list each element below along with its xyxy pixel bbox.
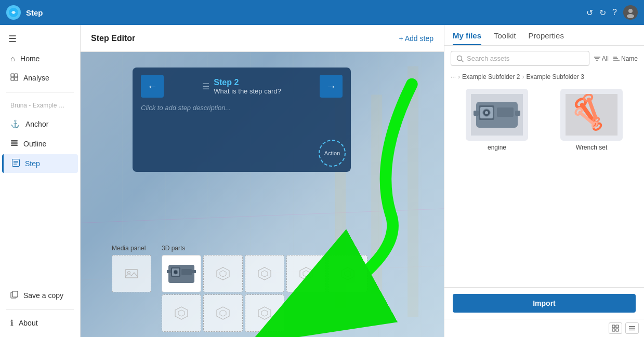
breadcrumb-subfolder3[interactable]: Example Subfolder 3 — [526, 73, 584, 80]
filter-label: All — [602, 55, 609, 62]
step-subtitle: What is the step card? — [214, 87, 281, 95]
asset-label-engine: engine — [488, 144, 506, 151]
svg-rect-28 — [167, 270, 171, 273]
list-view-button[interactable] — [625, 322, 639, 334]
sidebar-item-label: Home — [20, 55, 40, 63]
sort-icon — [613, 55, 620, 62]
step-description[interactable]: Click to add step description... — [133, 102, 351, 120]
outline-icon — [10, 139, 18, 149]
sidebar-item-label: Analyse — [23, 74, 49, 82]
svg-rect-3 — [11, 74, 14, 77]
svg-rect-59 — [612, 325, 615, 328]
sidebar-item-label: Step — [25, 159, 40, 168]
view-toggles — [444, 319, 644, 337]
sidebar: ☰ ⌂ Home Analyse Bruna - Example Gu... ⚓… — [0, 25, 81, 337]
editor-title: Step Editor — [91, 34, 135, 43]
parts-cell-6[interactable] — [162, 294, 201, 332]
sort-button[interactable]: Name — [613, 55, 638, 62]
breadcrumb-subfolder2[interactable]: Example Subfolder 2 — [462, 73, 520, 80]
parts-cell-3[interactable] — [245, 255, 284, 292]
sidebar-item-label: Outline — [23, 140, 46, 148]
filter-icon — [594, 55, 601, 62]
svg-rect-61 — [612, 329, 615, 331]
parts-cell-5[interactable] — [328, 255, 367, 292]
undo-button[interactable]: ↺ — [586, 8, 593, 18]
svg-rect-21 — [408, 66, 418, 317]
sidebar-item-analyse[interactable]: Analyse — [2, 69, 78, 87]
search-box[interactable]: Search assets — [451, 51, 589, 66]
asset-thumb-engine — [466, 89, 528, 141]
svg-rect-45 — [474, 111, 479, 116]
step-card[interactable]: ← ☰ Step 2 What is the step card? → Clic… — [133, 68, 351, 172]
save-copy-icon — [10, 291, 18, 300]
add-step-label: + Add step — [399, 34, 433, 43]
step-prev-button[interactable]: ← — [141, 75, 164, 98]
media-panel-label: Media panel — [112, 245, 151, 252]
parts-cell-engine[interactable] — [162, 255, 201, 292]
next-arrow-icon: → — [326, 80, 336, 92]
tab-properties[interactable]: Properties — [529, 31, 564, 45]
sidebar-item-outline[interactable]: Outline — [2, 134, 78, 153]
import-button[interactable]: Import — [453, 294, 636, 313]
media-panel-grid — [112, 255, 151, 292]
sidebar-item-anchor[interactable]: ⚓ Anchor — [2, 115, 78, 133]
step-next-button[interactable]: → — [320, 75, 343, 98]
parts-cell-7[interactable] — [203, 294, 243, 332]
svg-rect-8 — [11, 142, 18, 144]
avatar[interactable] — [623, 5, 638, 20]
sidebar-item-home[interactable]: ⌂ Home — [2, 49, 78, 68]
grid-view-button[interactable] — [609, 322, 622, 334]
grid-view-icon — [612, 325, 619, 332]
tab-my-files[interactable]: My files — [453, 31, 481, 45]
svg-rect-4 — [15, 74, 18, 77]
redo-button[interactable]: ↻ — [599, 8, 606, 18]
svg-rect-46 — [515, 111, 520, 116]
main-layout: ☰ ⌂ Home Analyse Bruna - Example Gu... ⚓… — [0, 25, 644, 337]
parts-panel-grid — [162, 255, 367, 332]
breadcrumb-sep-2: › — [522, 73, 524, 80]
anchor-icon: ⚓ — [10, 119, 20, 129]
parts-cell-4[interactable] — [286, 255, 326, 292]
svg-rect-20 — [371, 95, 382, 294]
step-action-button[interactable]: Action — [319, 140, 346, 167]
help-button[interactable]: ? — [612, 8, 617, 17]
search-icon — [456, 55, 464, 62]
titlebar-actions: ↺ ↻ ? — [586, 5, 638, 20]
content-area: Step Editor + Add step — [81, 25, 444, 337]
editor-canvas[interactable]: ← ☰ Step 2 What is the step card? → Clic… — [81, 52, 444, 337]
sort-label: Name — [621, 55, 638, 62]
asset-label-wrench: Wrench set — [576, 144, 607, 151]
analyse-icon — [10, 73, 18, 83]
media-panel-cell[interactable] — [112, 255, 151, 292]
search-placeholder: Search assets — [467, 55, 509, 62]
import-area: Import — [444, 287, 644, 319]
svg-rect-15 — [12, 291, 18, 297]
parts-cell-8[interactable] — [245, 294, 284, 332]
menu-toggle[interactable]: ☰ — [0, 29, 80, 49]
asset-thumb-wrench — [560, 89, 623, 141]
tab-toolkit[interactable]: Toolkit — [494, 31, 516, 45]
filter-button[interactable]: All — [594, 55, 609, 62]
asset-grid: engine — [444, 85, 644, 287]
titlebar: Step ↺ ↻ ? — [0, 0, 644, 25]
prev-arrow-icon: ← — [147, 80, 157, 92]
sidebar-item-label: Anchor — [25, 120, 48, 128]
svg-point-1 — [628, 9, 633, 13]
sidebar-divider-bottom — [6, 309, 74, 309]
step-title: Step 2 — [214, 78, 281, 87]
add-step-button[interactable]: + Add step — [399, 34, 433, 43]
tab-my-files-label: My files — [453, 31, 481, 40]
about-icon: ℹ — [10, 318, 14, 328]
sidebar-item-about[interactable]: ℹ About — [2, 314, 78, 332]
sidebar-item-step[interactable]: Step — [2, 154, 78, 173]
asset-item-engine[interactable]: engine — [453, 89, 541, 283]
parts-cell-2[interactable] — [203, 255, 243, 292]
sidebar-item-save-copy[interactable]: Save a copy — [2, 286, 78, 305]
svg-rect-9 — [11, 145, 18, 146]
svg-rect-6 — [15, 77, 18, 80]
import-label: Import — [533, 299, 556, 307]
breadcrumb-dots[interactable]: ··· — [451, 73, 456, 80]
svg-point-48 — [485, 111, 488, 114]
asset-item-wrench[interactable]: Wrench set — [547, 89, 636, 283]
svg-rect-44 — [497, 107, 514, 117]
